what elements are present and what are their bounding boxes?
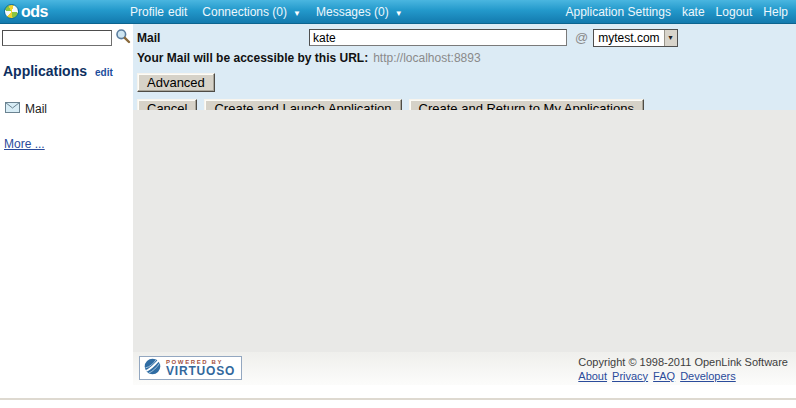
ods-logo-text: ods: [21, 3, 48, 21]
faq-link[interactable]: FAQ: [653, 370, 675, 384]
ods-globe-icon: [4, 4, 19, 19]
copyright-block: Copyright © 1998-2011 OpenLink Software …: [578, 356, 788, 384]
user-link[interactable]: kate: [682, 5, 705, 19]
logout-link[interactable]: Logout: [716, 5, 753, 19]
body-row: Applications edit Mail More ... Mail: [0, 24, 796, 385]
more-link[interactable]: More ...: [4, 137, 45, 151]
applications-header: Applications edit: [3, 63, 133, 79]
mail-field-label: Mail: [137, 31, 309, 45]
mail-name-input[interactable]: [309, 29, 567, 46]
main-area: Mail @ mytest.com ▾ Your Mail will be ac…: [133, 24, 796, 385]
help-link[interactable]: Help: [763, 5, 788, 19]
advanced-row: Advanced: [137, 73, 796, 92]
messages-dropdown-icon[interactable]: ▼: [395, 9, 403, 18]
connections-link[interactable]: Connections (0): [202, 5, 287, 19]
bottom-strip: [0, 385, 796, 408]
virtuoso-label: VIRTUOSO: [166, 365, 235, 377]
search-icon[interactable]: [115, 28, 131, 48]
url-caption: Your Mail will be accessible by this URL…: [137, 51, 368, 65]
applications-title: Applications: [3, 63, 87, 79]
copyright-text: Copyright © 1998-2011 OpenLink Software: [578, 356, 788, 370]
nav-messages-group[interactable]: Messages (0) ▼: [316, 5, 403, 19]
top-bar: ods Profile edit Connections (0) ▼ Messa…: [0, 0, 796, 24]
privacy-link[interactable]: Privacy: [612, 370, 648, 384]
create-app-form: Mail @ mytest.com ▾ Your Mail will be ac…: [133, 24, 796, 110]
at-symbol: @: [575, 30, 588, 45]
footer: POWERED BY VIRTUOSO Copyright © 1998-201…: [133, 352, 796, 385]
page: ods Profile edit Connections (0) ▼ Messa…: [0, 0, 796, 408]
mail-icon: [5, 102, 20, 116]
nav-connections-group[interactable]: Connections (0) ▼: [202, 5, 301, 19]
virtuoso-badge[interactable]: POWERED BY VIRTUOSO: [139, 356, 242, 380]
url-info-row: Your Mail will be accessible by this URL…: [137, 51, 796, 65]
sidebar-search-row: [2, 28, 133, 48]
sidebar-item-mail[interactable]: Mail: [5, 102, 133, 116]
advanced-button[interactable]: Advanced: [137, 73, 215, 92]
developers-link[interactable]: Developers: [680, 370, 736, 384]
mail-name-row: Mail @ mytest.com ▾: [137, 28, 796, 47]
url-value: http://localhost:8893: [373, 51, 480, 65]
content-empty-area: [133, 110, 796, 352]
virtuoso-swirl-icon: [143, 357, 162, 380]
ods-logo[interactable]: ods: [4, 3, 48, 21]
virtuoso-badge-text: POWERED BY VIRTUOSO: [166, 359, 235, 377]
profile-link[interactable]: Profile: [130, 5, 164, 19]
domain-select-value: mytest.com: [594, 31, 663, 45]
top-nav: Profile edit Connections (0) ▼ Messages …: [130, 5, 403, 19]
sidebar-item-mail-label: Mail: [25, 102, 47, 116]
application-settings-link[interactable]: Application Settings: [566, 5, 671, 19]
about-link[interactable]: About: [578, 370, 607, 384]
messages-link[interactable]: Messages (0): [316, 5, 389, 19]
top-nav-right: Application Settings kate Logout Help: [566, 5, 788, 19]
sidebar: Applications edit Mail More ...: [0, 24, 133, 385]
search-input[interactable]: [2, 30, 112, 46]
profile-edit-link[interactable]: edit: [168, 5, 187, 19]
applications-edit-link[interactable]: edit: [95, 67, 113, 78]
connections-dropdown-icon[interactable]: ▼: [293, 9, 301, 18]
nav-profile-group: Profile edit: [130, 5, 187, 19]
domain-select[interactable]: mytest.com ▾: [593, 29, 677, 47]
select-dropdown-icon[interactable]: ▾: [664, 30, 677, 46]
bottom-divider: [0, 398, 796, 400]
footer-links: About Privacy FAQ Developers: [578, 370, 788, 384]
